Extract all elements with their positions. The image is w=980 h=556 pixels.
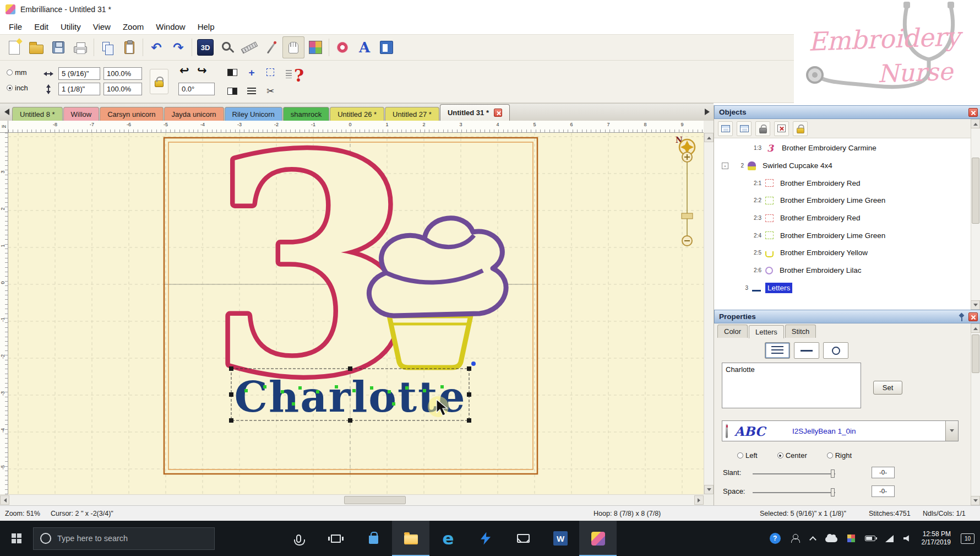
start-button[interactable] bbox=[0, 521, 33, 556]
menu-window[interactable]: Window bbox=[150, 20, 191, 33]
rotate-button[interactable]: ↷ bbox=[167, 36, 189, 58]
pan-tool-button[interactable] bbox=[282, 36, 304, 58]
aspect-lock-button[interactable] bbox=[150, 69, 168, 94]
objects-scroll-thumb[interactable] bbox=[972, 158, 979, 224]
stitch-list-button[interactable] bbox=[244, 84, 259, 98]
set-button[interactable]: Set bbox=[873, 381, 902, 395]
menu-zoom[interactable]: Zoom bbox=[117, 20, 150, 33]
zoom-slider-handle[interactable] bbox=[682, 213, 693, 219]
tab-close-button[interactable] bbox=[494, 109, 502, 117]
tab-untitled-31-[interactable]: Untitled 31 * bbox=[440, 104, 510, 121]
mm-radio[interactable] bbox=[7, 69, 13, 75]
radio-right[interactable] bbox=[827, 452, 833, 458]
properties-close-button[interactable] bbox=[968, 312, 978, 321]
properties-scroll-down[interactable] bbox=[971, 496, 980, 505]
unlock-object-button[interactable] bbox=[793, 121, 808, 136]
selection-handle[interactable] bbox=[467, 366, 471, 371]
tab-jayda-unicorn[interactable]: Jayda unicorn bbox=[164, 107, 224, 121]
tab-riley-unicorn[interactable]: Riley Unicorn bbox=[225, 107, 282, 121]
expand-toggle[interactable]: - bbox=[722, 163, 728, 169]
selection-handle[interactable] bbox=[467, 418, 471, 423]
unit-mm-option[interactable]: mm bbox=[7, 68, 27, 77]
selection-handle[interactable] bbox=[348, 366, 352, 371]
embrilliance-taskbar-button[interactable] bbox=[579, 521, 617, 556]
app-bolt-button[interactable] bbox=[467, 521, 504, 556]
selection-handle[interactable] bbox=[348, 418, 352, 423]
delete-object-button[interactable] bbox=[774, 121, 789, 136]
color-view-button[interactable] bbox=[718, 121, 733, 136]
properties-scroll-thumb[interactable] bbox=[972, 334, 979, 373]
inch-radio[interactable] bbox=[7, 85, 13, 91]
objects-scroll-up[interactable] bbox=[971, 119, 980, 128]
taskbar-search[interactable] bbox=[33, 527, 215, 550]
battery-icon[interactable] bbox=[865, 536, 875, 541]
task-view-button[interactable] bbox=[317, 521, 355, 556]
radio-center[interactable] bbox=[777, 452, 783, 458]
properties-tab-letters[interactable]: Letters bbox=[749, 325, 784, 338]
tray-app-icon[interactable] bbox=[847, 535, 855, 542]
undo-button[interactable]: ↩ bbox=[179, 65, 189, 77]
stitch-view-button[interactable] bbox=[225, 65, 240, 79]
tab-untitled-27-[interactable]: Untitled 27 * bbox=[385, 107, 439, 121]
tab-scroll-right-button[interactable] bbox=[701, 105, 712, 119]
tab-shamrock[interactable]: shamrock bbox=[283, 107, 329, 121]
fit-window-button[interactable]: + bbox=[244, 65, 259, 79]
scroll-up-button[interactable] bbox=[704, 133, 714, 142]
selection-handle[interactable] bbox=[229, 392, 233, 397]
canvas-zoom-slider[interactable] bbox=[682, 152, 693, 246]
style-circle-button[interactable] bbox=[823, 342, 848, 359]
font-selector[interactable]: ABC I2SJellyBean 1_0in bbox=[722, 420, 959, 441]
search-input[interactable] bbox=[57, 534, 208, 543]
align-option-left[interactable]: Left bbox=[737, 451, 758, 460]
scroll-right-button[interactable] bbox=[694, 495, 704, 505]
object-row-2-3[interactable]: 2:3Brother Embroidery Red bbox=[714, 209, 971, 227]
slant-slider-handle[interactable] bbox=[831, 469, 835, 478]
objects-scroll-down[interactable] bbox=[971, 300, 980, 310]
menu-edit[interactable]: Edit bbox=[28, 20, 55, 33]
letters-text-input[interactable]: Charlotte bbox=[722, 363, 861, 408]
height-field[interactable]: 1 (1/8)" bbox=[58, 83, 100, 95]
rotation-field[interactable]: 0.0° bbox=[178, 83, 215, 95]
help-tray-icon[interactable]: ? bbox=[770, 533, 781, 544]
word-button[interactable]: W bbox=[542, 521, 579, 556]
object-row-2-2[interactable]: 2:2Brother Embroidery Lime Green bbox=[714, 192, 971, 209]
file-explorer-button[interactable] bbox=[392, 521, 429, 556]
selection-handle[interactable] bbox=[229, 366, 233, 371]
align-option-right[interactable]: Right bbox=[827, 451, 852, 460]
lettering-button[interactable]: A bbox=[353, 36, 375, 58]
design-canvas[interactable]: 3 Charlotte N bbox=[8, 133, 704, 494]
mail-button[interactable] bbox=[504, 521, 542, 556]
width-percent-field[interactable]: 100.0% bbox=[104, 67, 142, 80]
space-slider-track[interactable] bbox=[753, 492, 835, 493]
object-view-button[interactable] bbox=[737, 121, 752, 136]
tab-carsyn-unicorn[interactable]: Carsyn unicorn bbox=[100, 107, 163, 121]
unit-inch-option[interactable]: inch bbox=[7, 84, 28, 92]
volume-icon[interactable] bbox=[903, 535, 912, 542]
object-row-2-6[interactable]: 2:6Brother Embroidery Lilac bbox=[714, 262, 971, 279]
flip-button[interactable]: ↶ bbox=[145, 36, 167, 58]
slant-value[interactable]: -0- bbox=[872, 467, 895, 478]
space-value[interactable]: -0- bbox=[872, 485, 895, 497]
taskbar-clock[interactable]: 12:58 PM 2/17/2019 bbox=[922, 530, 951, 547]
properties-tab-color[interactable]: Color bbox=[717, 325, 748, 338]
menu-file[interactable]: File bbox=[3, 20, 28, 33]
trim-button[interactable]: ✂ bbox=[263, 84, 278, 98]
radio-left[interactable] bbox=[737, 452, 743, 458]
height-percent-field[interactable]: 100.0% bbox=[104, 83, 142, 95]
redo-button[interactable]: ↪ bbox=[197, 65, 207, 77]
horizontal-scroll-thumb[interactable] bbox=[344, 496, 406, 504]
grid-select-button[interactable] bbox=[263, 65, 278, 79]
people-icon[interactable] bbox=[791, 534, 801, 543]
menu-utility[interactable]: Utility bbox=[55, 20, 87, 33]
print-button[interactable] bbox=[69, 36, 91, 58]
open-file-button[interactable] bbox=[25, 36, 47, 58]
network-icon[interactable] bbox=[885, 535, 894, 542]
menu-view[interactable]: View bbox=[87, 20, 117, 33]
monogram-button[interactable] bbox=[375, 36, 398, 58]
object-row-2-4[interactable]: 2:4Brother Embroidery Lime Green bbox=[714, 226, 971, 244]
pin-icon[interactable] bbox=[959, 313, 965, 321]
object-row-3[interactable]: 3Letters bbox=[714, 279, 971, 297]
objects-close-button[interactable] bbox=[968, 108, 978, 117]
tab-scroll-left-button[interactable] bbox=[1, 105, 12, 119]
save-button[interactable] bbox=[47, 36, 69, 58]
